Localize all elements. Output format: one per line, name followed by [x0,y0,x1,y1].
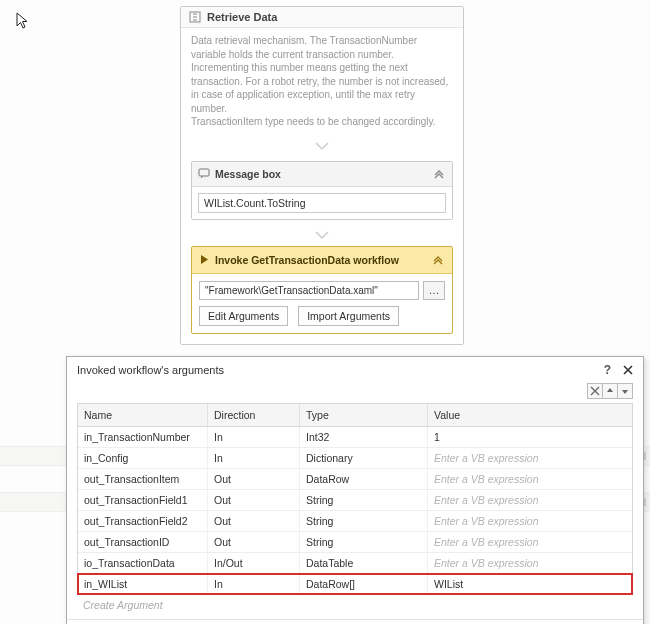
cell-value[interactable]: WIList [434,578,463,590]
cell-type[interactable]: String [300,532,428,552]
table-row[interactable]: out_TransactionField2OutStringEnter a VB… [78,511,632,532]
sequence-icon [189,11,201,23]
close-button[interactable] [621,363,635,377]
cell-direction[interactable]: In/Out [208,553,300,573]
cell-type[interactable]: DataRow[] [300,574,428,594]
dialog-buttons: OK Cancel [67,619,643,624]
cursor-icon [16,12,30,34]
messagebox-activity[interactable]: Message box [191,161,453,220]
svg-rect-1 [199,169,209,176]
import-arguments-button[interactable]: Import Arguments [298,306,399,326]
cell-name[interactable]: io_TransactionData [78,553,208,573]
col-header-direction[interactable]: Direction [208,404,300,426]
panel-desc-1: Data retrieval mechanism. The Transactio… [191,34,453,115]
cell-direction[interactable]: Out [208,490,300,510]
panel-title: Retrieve Data [207,11,277,23]
cell-value[interactable]: Enter a VB expression [434,515,538,527]
dialog-title: Invoked workflow's arguments [77,364,224,376]
cell-value[interactable]: Enter a VB expression [434,452,538,464]
move-up-button[interactable] [602,383,618,399]
cell-direction[interactable]: Out [208,532,300,552]
cell-value[interactable]: Enter a VB expression [434,536,538,548]
flow-arrow-1 [181,137,463,157]
grid-header: Name Direction Type Value [78,404,632,427]
col-header-type[interactable]: Type [300,404,428,426]
messagebox-header[interactable]: Message box [192,162,452,187]
messagebox-title: Message box [215,168,281,180]
table-row[interactable]: in_ConfigInDictionaryEnter a VB expressi… [78,448,632,469]
edit-arguments-button[interactable]: Edit Arguments [199,306,288,326]
tool-strip [67,383,643,403]
arguments-dialog: Invoked workflow's arguments ? Name Dire… [66,356,644,624]
collapse-icon[interactable] [432,167,446,181]
messagebox-icon [198,165,210,183]
cell-type[interactable]: String [300,490,428,510]
panel-description: Data retrieval mechanism. The Transactio… [181,28,463,137]
dialog-titlebar[interactable]: Invoked workflow's arguments ? [67,357,643,383]
arguments-grid: Name Direction Type Value in_Transaction… [77,403,633,595]
cell-value[interactable]: Enter a VB expression [434,473,538,485]
cell-name[interactable]: in_WIList [78,574,208,594]
create-argument-row[interactable]: Create Argument [77,595,633,613]
retrieve-data-panel: Retrieve Data Data retrieval mechanism. … [180,6,464,345]
cell-name[interactable]: out_TransactionItem [78,469,208,489]
workflow-path-input[interactable] [199,281,419,300]
invoke-header[interactable]: Invoke GetTransactionData workflow [192,247,452,274]
cell-type[interactable]: DataTable [300,553,428,573]
cell-value[interactable]: 1 [434,431,440,443]
cell-value[interactable]: Enter a VB expression [434,494,538,506]
cell-type[interactable]: Dictionary [300,448,428,468]
col-header-name[interactable]: Name [78,404,208,426]
messagebox-input[interactable] [198,193,446,213]
table-row[interactable]: out_TransactionItemOutDataRowEnter a VB … [78,469,632,490]
cell-value[interactable]: Enter a VB expression [434,557,538,569]
cell-direction[interactable]: In [208,448,300,468]
table-row[interactable]: out_TransactionField1OutStringEnter a VB… [78,490,632,511]
cell-name[interactable]: in_TransactionNumber [78,427,208,447]
flow-arrow-2 [181,226,463,246]
play-icon [199,251,210,269]
collapse-icon[interactable] [431,253,445,267]
col-header-value[interactable]: Value [428,404,632,426]
move-down-button[interactable] [617,383,633,399]
help-button[interactable]: ? [604,363,611,377]
browse-button[interactable]: … [423,281,445,300]
cell-name[interactable]: out_TransactionID [78,532,208,552]
panel-header[interactable]: Retrieve Data [181,7,463,28]
cell-direction[interactable]: Out [208,469,300,489]
cell-direction[interactable]: Out [208,511,300,531]
cell-name[interactable]: in_Config [78,448,208,468]
cell-name[interactable]: out_TransactionField1 [78,490,208,510]
panel-desc-2: TransactionItem type needs to be changed… [191,115,453,129]
cell-name[interactable]: out_TransactionField2 [78,511,208,531]
table-row[interactable]: io_TransactionDataIn/OutDataTableEnter a… [78,553,632,574]
invoke-workflow-activity[interactable]: Invoke GetTransactionData workflow … Edi… [191,246,453,334]
delete-button[interactable] [587,383,603,399]
table-row[interactable]: out_TransactionIDOutStringEnter a VB exp… [78,532,632,553]
table-row[interactable]: in_TransactionNumberInInt321 [78,427,632,448]
table-row[interactable]: in_WIListInDataRow[]WIList [78,574,632,594]
cell-direction[interactable]: In [208,574,300,594]
invoke-title: Invoke GetTransactionData workflow [215,254,399,266]
cell-type[interactable]: Int32 [300,427,428,447]
cell-type[interactable]: DataRow [300,469,428,489]
cell-direction[interactable]: In [208,427,300,447]
cell-type[interactable]: String [300,511,428,531]
